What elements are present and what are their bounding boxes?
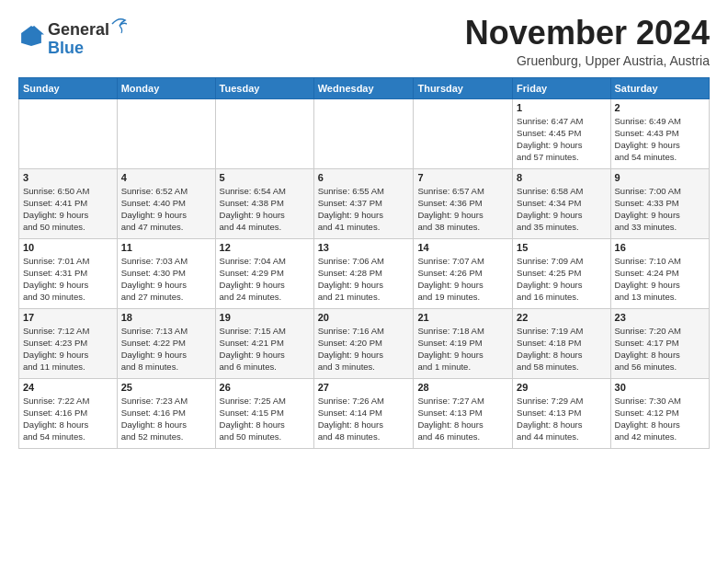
th-friday: Friday [513,77,610,98]
day-number: 16 [615,242,705,253]
logo: General Blue [18,15,128,58]
day-info: Sunrise: 7:19 AM Sunset: 4:18 PM Dayligh… [517,325,606,373]
day-number: 17 [23,312,113,323]
table-row: 22Sunrise: 7:19 AM Sunset: 4:18 PM Dayli… [513,308,610,378]
day-number: 27 [318,382,410,393]
calendar-body: 1Sunrise: 6:47 AM Sunset: 4:45 PM Daylig… [19,98,710,448]
table-row: 29Sunrise: 7:29 AM Sunset: 4:13 PM Dayli… [513,378,610,448]
day-info: Sunrise: 7:06 AM Sunset: 4:28 PM Dayligh… [318,255,410,304]
calendar-week-row: 1Sunrise: 6:47 AM Sunset: 4:45 PM Daylig… [19,98,710,168]
day-info: Sunrise: 7:00 AM Sunset: 4:33 PM Dayligh… [615,185,705,234]
table-row: 14Sunrise: 7:07 AM Sunset: 4:26 PM Dayli… [414,238,513,308]
day-info: Sunrise: 6:58 AM Sunset: 4:34 PM Dayligh… [517,185,606,234]
day-info: Sunrise: 6:55 AM Sunset: 4:37 PM Dayligh… [318,185,410,234]
calendar-week-row: 17Sunrise: 7:12 AM Sunset: 4:23 PM Dayli… [19,308,710,378]
table-row: 7Sunrise: 6:57 AM Sunset: 4:36 PM Daylig… [414,168,513,238]
day-number: 28 [417,382,508,393]
table-row: 27Sunrise: 7:26 AM Sunset: 4:14 PM Dayli… [313,378,414,448]
calendar-week-row: 3Sunrise: 6:50 AM Sunset: 4:41 PM Daylig… [19,168,710,238]
day-number: 10 [23,242,113,253]
table-row: 24Sunrise: 7:22 AM Sunset: 4:16 PM Dayli… [19,378,118,448]
day-number: 1 [517,102,606,113]
day-info: Sunrise: 7:10 AM Sunset: 4:24 PM Dayligh… [615,255,705,304]
day-number: 25 [121,382,211,393]
logo-text: General Blue [48,15,128,58]
logo-general: General [48,21,109,40]
table-row [313,98,414,168]
table-row: 11Sunrise: 7:03 AM Sunset: 4:30 PM Dayli… [117,238,215,308]
day-info: Sunrise: 6:57 AM Sunset: 4:36 PM Dayligh… [417,185,508,234]
table-row [414,98,513,168]
weekday-row: Sunday Monday Tuesday Wednesday Thursday… [19,77,710,98]
day-number: 4 [121,172,211,183]
table-row: 21Sunrise: 7:18 AM Sunset: 4:19 PM Dayli… [414,308,513,378]
table-row: 8Sunrise: 6:58 AM Sunset: 4:34 PM Daylig… [513,168,610,238]
day-info: Sunrise: 6:47 AM Sunset: 4:45 PM Dayligh… [517,115,606,164]
day-number: 30 [615,382,705,393]
day-number: 29 [517,382,606,393]
day-info: Sunrise: 7:04 AM Sunset: 4:29 PM Dayligh… [220,255,310,304]
table-row: 26Sunrise: 7:25 AM Sunset: 4:15 PM Dayli… [215,378,313,448]
day-info: Sunrise: 7:12 AM Sunset: 4:23 PM Dayligh… [23,325,113,373]
day-number: 18 [121,312,211,323]
day-info: Sunrise: 6:52 AM Sunset: 4:40 PM Dayligh… [121,185,211,234]
day-number: 14 [417,242,508,253]
th-tuesday: Tuesday [215,77,313,98]
day-info: Sunrise: 7:27 AM Sunset: 4:13 PM Dayligh… [417,395,508,443]
day-info: Sunrise: 7:15 AM Sunset: 4:21 PM Dayligh… [220,325,310,373]
day-number: 20 [318,312,410,323]
header: General Blue November 2024 Gruenburg, Up… [18,15,710,68]
table-row: 2Sunrise: 6:49 AM Sunset: 4:43 PM Daylig… [610,98,709,168]
th-sunday: Sunday [19,77,118,98]
th-saturday: Saturday [610,77,709,98]
th-monday: Monday [117,77,215,98]
day-info: Sunrise: 7:25 AM Sunset: 4:15 PM Dayligh… [220,395,310,443]
th-thursday: Thursday [414,77,513,98]
day-number: 12 [220,242,310,253]
day-number: 9 [615,172,705,183]
day-info: Sunrise: 6:50 AM Sunset: 4:41 PM Dayligh… [23,185,113,234]
table-row: 19Sunrise: 7:15 AM Sunset: 4:21 PM Dayli… [215,308,313,378]
day-number: 22 [517,312,606,323]
day-info: Sunrise: 7:29 AM Sunset: 4:13 PM Dayligh… [517,395,606,443]
day-info: Sunrise: 7:22 AM Sunset: 4:16 PM Dayligh… [23,395,113,443]
table-row [117,98,215,168]
th-wednesday: Wednesday [313,77,414,98]
table-row [215,98,313,168]
day-info: Sunrise: 7:07 AM Sunset: 4:26 PM Dayligh… [417,255,508,304]
day-number: 3 [23,172,113,183]
day-info: Sunrise: 7:20 AM Sunset: 4:17 PM Dayligh… [615,325,705,373]
day-number: 8 [517,172,606,183]
month-title: November 2024 [465,15,710,52]
table-row: 10Sunrise: 7:01 AM Sunset: 4:31 PM Dayli… [19,238,118,308]
table-row: 1Sunrise: 6:47 AM Sunset: 4:45 PM Daylig… [513,98,610,168]
table-row: 30Sunrise: 7:30 AM Sunset: 4:12 PM Dayli… [610,378,709,448]
table-row: 16Sunrise: 7:10 AM Sunset: 4:24 PM Dayli… [610,238,709,308]
svg-marker-0 [21,26,41,46]
day-number: 2 [615,102,705,113]
day-info: Sunrise: 6:54 AM Sunset: 4:38 PM Dayligh… [220,185,310,234]
day-info: Sunrise: 6:49 AM Sunset: 4:43 PM Dayligh… [615,115,705,164]
table-row: 6Sunrise: 6:55 AM Sunset: 4:37 PM Daylig… [313,168,414,238]
location: Gruenburg, Upper Austria, Austria [465,53,710,68]
logo-blue: Blue [48,40,128,58]
day-number: 23 [615,312,705,323]
table-row: 12Sunrise: 7:04 AM Sunset: 4:29 PM Dayli… [215,238,313,308]
day-number: 13 [318,242,410,253]
table-row: 9Sunrise: 7:00 AM Sunset: 4:33 PM Daylig… [610,168,709,238]
day-number: 24 [23,382,113,393]
day-info: Sunrise: 7:23 AM Sunset: 4:16 PM Dayligh… [121,395,211,443]
day-info: Sunrise: 7:16 AM Sunset: 4:20 PM Dayligh… [318,325,410,373]
table-row: 25Sunrise: 7:23 AM Sunset: 4:16 PM Dayli… [117,378,215,448]
table-row: 20Sunrise: 7:16 AM Sunset: 4:20 PM Dayli… [313,308,414,378]
day-number: 6 [318,172,410,183]
table-row: 18Sunrise: 7:13 AM Sunset: 4:22 PM Dayli… [117,308,215,378]
calendar-table: Sunday Monday Tuesday Wednesday Thursday… [18,77,710,449]
day-number: 19 [220,312,310,323]
page: General Blue November 2024 Gruenburg, Up… [0,0,728,563]
table-row: 13Sunrise: 7:06 AM Sunset: 4:28 PM Dayli… [313,238,414,308]
title-section: November 2024 Gruenburg, Upper Austria, … [465,15,710,68]
table-row: 23Sunrise: 7:20 AM Sunset: 4:17 PM Dayli… [610,308,709,378]
day-number: 5 [220,172,310,183]
table-row: 15Sunrise: 7:09 AM Sunset: 4:25 PM Dayli… [513,238,610,308]
